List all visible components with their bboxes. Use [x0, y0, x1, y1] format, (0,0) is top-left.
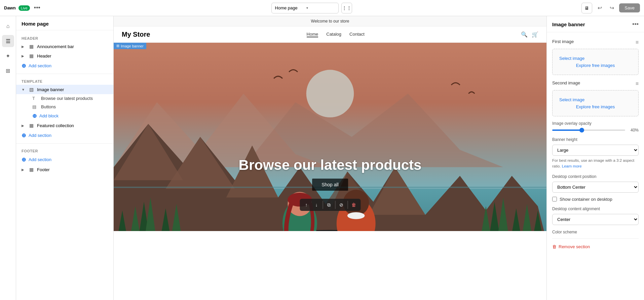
expand-icon: ▶ [22, 45, 26, 48]
topbar-left: Dawn Live ••• [4, 3, 42, 13]
desktop-alignment-select[interactable]: Left Center Right [552, 214, 639, 225]
store-announcement-bar: Welcome to our store [114, 16, 546, 27]
show-container-label[interactable]: Show container on desktop [560, 197, 612, 202]
shop-all-button[interactable]: Shop all [312, 179, 348, 191]
sidebar-sub-browse-text[interactable]: T Browse our latest products [16, 94, 113, 103]
desktop-position-select[interactable]: Top Left Top Center Top Right Middle Lef… [552, 182, 639, 193]
rp-title: Image banner [552, 22, 585, 27]
grid-icon: ▦ [28, 44, 34, 49]
plus-icon: ⊕ [32, 113, 37, 119]
banner-label-text: Image banner [121, 44, 144, 48]
rp-more-button[interactable]: ••• [632, 21, 639, 28]
sidebar-item-footer[interactable]: ▶ ▦ Footer [16, 165, 113, 174]
stack-icon: ≡ [636, 39, 639, 45]
show-container-checkbox[interactable] [552, 197, 557, 201]
explore-images-button-2[interactable]: Explore free images [576, 104, 615, 109]
nav-link-catalog[interactable]: Catalog [326, 32, 341, 37]
store-nav: My Store Home Catalog Contact 🔍 🛒 [114, 27, 546, 43]
add-section-template[interactable]: ⊕ Add section [16, 130, 113, 141]
nav-link-contact[interactable]: Contact [349, 32, 365, 37]
add-section-header[interactable]: ⊕ Add section [16, 61, 113, 71]
stack-icon-2: ≡ [636, 81, 639, 87]
move-down-icon[interactable]: ↓ [312, 200, 321, 210]
store-nav-links: Home Catalog Contact [307, 32, 365, 37]
expand-icon: ▶ [22, 124, 26, 127]
svg-point-30 [347, 212, 365, 219]
grid-small-icon: ⊞ [116, 44, 119, 48]
buttons-icon: ▤ [32, 104, 38, 109]
image-banner[interactable]: ⊞ Image banner [114, 43, 546, 231]
rp-header: Image banner ••• [547, 16, 644, 32]
left-panel: Home page HEADER ▶ ▦ Announcement bar ▶ … [16, 16, 114, 300]
page-select[interactable]: Home page ▾ [271, 3, 339, 13]
svg-point-2 [306, 70, 354, 118]
desktop-device-button[interactable]: 🖥 [581, 3, 592, 13]
add-block[interactable]: ⊕ Add block [16, 111, 113, 121]
topbar-right: 🖥 ↩ ↪ Save [581, 3, 640, 13]
move-up-icon[interactable]: ↑ [302, 200, 311, 210]
add-block-label: Add block [39, 113, 59, 118]
sidebar-item-image-banner[interactable]: ▼ ▧ Image banner [16, 85, 113, 94]
nav-icon-sections[interactable]: ☰ [2, 35, 14, 47]
save-button[interactable]: Save [619, 3, 640, 12]
show-container-row: Show container on desktop [552, 197, 639, 202]
banner-height-select[interactable]: Small Medium Large Full screen Adapt to … [552, 145, 639, 156]
nav-link-home[interactable]: Home [307, 32, 318, 37]
select-image-button-1[interactable]: Select image [559, 56, 584, 61]
store-nav-icons: 🔍 🛒 [521, 31, 538, 38]
expand-icon: ▶ [22, 54, 26, 58]
first-image-label: First image [552, 39, 574, 44]
banner-section-label: ⊞ Image banner [114, 43, 146, 49]
search-icon[interactable]: 🔍 [521, 31, 528, 38]
undo-button[interactable]: ↩ [595, 3, 604, 13]
preview-scroll: Welcome to our store My Store Home Catal… [114, 16, 546, 300]
overlay-slider-row: 40% [552, 128, 639, 133]
sidebar-item-announcement-bar[interactable]: ▶ ▦ Announcement bar [16, 42, 113, 51]
more-button[interactable]: ••• [33, 3, 42, 13]
chevron-down-icon: ▾ [306, 6, 335, 10]
duplicate-icon[interactable]: ⧉ [324, 200, 334, 210]
remove-section-button[interactable]: 🗑 Remove section [552, 244, 590, 249]
delete-icon[interactable]: 🗑 [349, 200, 358, 210]
grid-view-button[interactable]: ⋮⋮ [341, 3, 352, 13]
hide-icon[interactable]: ⊘ [337, 200, 346, 210]
grid-icon: ▦ [28, 53, 34, 59]
color-scheme-label: Color scheme [552, 230, 639, 234]
learn-more-link[interactable]: Learn more [562, 164, 582, 168]
explore-images-button-1[interactable]: Explore free images [576, 63, 615, 68]
remove-section-label: Remove section [559, 244, 590, 249]
trash-icon: 🗑 [552, 244, 557, 249]
nav-icon-blocks[interactable]: ⊞ [2, 65, 14, 77]
overlay-opacity-label: Image overlay opacity [552, 121, 639, 126]
sidebar-item-featured-collection[interactable]: ▶ ▦ Featured collection [16, 121, 113, 130]
add-section-footer[interactable]: ⊕ Add section [16, 154, 113, 165]
select-image-button-2[interactable]: Select image [559, 97, 584, 102]
toolbar-divider [335, 201, 335, 209]
topbar-center: Home page ▾ ⋮⋮ [44, 3, 579, 13]
text-icon: T [32, 96, 38, 101]
cart-icon[interactable]: 🛒 [532, 31, 538, 38]
sidebar-item-header[interactable]: ▶ ▦ Header [16, 51, 113, 61]
template-group-label: TEMPLATE [16, 77, 113, 85]
add-section-label: Add section [29, 133, 51, 138]
panel-body: HEADER ▶ ▦ Announcement bar ▶ ▦ Header ⊕… [16, 30, 113, 300]
preview-area: Welcome to our store My Store Home Catal… [114, 16, 546, 300]
nav-icon-theme[interactable]: ✦ [2, 50, 14, 62]
footer-icon: ▦ [28, 167, 34, 172]
footer-group-label: FOOTER [16, 146, 113, 154]
desktop-alignment-label: Desktop content alignment [552, 207, 639, 211]
nav-icon-home[interactable]: ⌂ [2, 20, 14, 32]
banner-heading: Browse our latest products [239, 157, 422, 173]
toolbar-divider [323, 201, 323, 209]
banner-height-hint: For best results, use an image with a 3:… [552, 158, 639, 170]
redo-button[interactable]: ↪ [607, 3, 616, 13]
topbar: Dawn Live ••• Home page ▾ ⋮⋮ 🖥 ↩ ↪ Save [0, 0, 644, 16]
sidebar-item-label: Announcement bar [37, 44, 108, 49]
plus-icon: ⊕ [22, 156, 26, 163]
sidebar-sub-buttons[interactable]: ▤ Buttons [16, 103, 113, 111]
plus-icon: ⊕ [22, 63, 26, 69]
divider [16, 143, 113, 144]
banner-text-overlay: Browse our latest products Shop all [239, 157, 422, 191]
overlay-opacity-slider[interactable] [552, 129, 625, 131]
announcement-text: Welcome to our store [311, 19, 349, 24]
